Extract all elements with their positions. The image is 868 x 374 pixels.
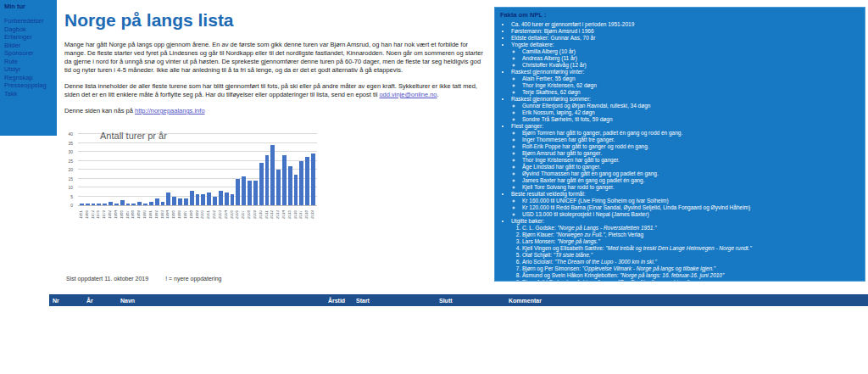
bar-1979 [103, 204, 107, 205]
facts-title: Fakta om NPL : [500, 11, 860, 19]
bar-2015 [288, 166, 292, 205]
fact-item: Gunnar Eiterjord og Ørjan Ravndal, rulle… [522, 103, 860, 109]
fact-item: Bjørn Klauer: "Norwegen zu Fuß.", Pietsc… [522, 232, 860, 238]
bar-1991 [149, 202, 153, 205]
sidebar-item-erfaringer[interactable]: Erfaringer [4, 33, 57, 42]
x-tick-label: 2012 [270, 206, 275, 219]
x-tick-label: 1996 [178, 206, 182, 219]
fact-item: C. L. Godske: "Norge på Langs - Roversta… [522, 225, 860, 232]
bar-2006 [236, 179, 240, 206]
fact-item: Bjørn Tomren har gått to ganger, padlet … [522, 130, 860, 137]
fact-item: Bjørn og Per Simonsen: "Opplevelse Vilma… [522, 265, 860, 272]
x-tick-label: 2007 [242, 206, 246, 219]
bar-2012 [270, 145, 275, 205]
bar-2008 [248, 181, 252, 205]
bar-1984 [114, 204, 119, 205]
bar-1999 [196, 194, 200, 205]
bar-1997 [184, 198, 188, 205]
fact-item: Olaf Schjøll: "Til siste blåne." [522, 252, 860, 259]
sidebar-item-regnskap[interactable]: Regnskap [4, 74, 57, 82]
y-tick-label: 10 [68, 185, 73, 190]
x-tick-label: 1951 [80, 206, 84, 219]
sidebar-title: Min tur [4, 3, 57, 10]
bar-1995 [172, 197, 176, 206]
facts-list: Ca. 400 turer er gjennomført i perioden … [500, 21, 860, 282]
x-tick-label: 2010 [259, 206, 264, 219]
y-tick-label: 25 [68, 159, 73, 164]
sidebar-item-bilder[interactable]: Bilder [4, 42, 57, 50]
bar-1987 [126, 204, 131, 205]
y-tick-label: 20 [68, 167, 73, 172]
bar-2017 [299, 161, 303, 206]
x-tick-label: 2018 [305, 206, 309, 219]
bar-1985 [120, 200, 125, 205]
y-tick-label: 15 [68, 176, 73, 181]
fact-item: Rolf-Erik Poppe har gått to ganger og ro… [522, 143, 860, 150]
fact-item: USD 13.000 til skoleprosjekt i Nepal (Ja… [522, 211, 860, 218]
sidebar-item-sponsorer[interactable]: Sponsorer [4, 49, 57, 58]
x-tick-label: 1985 [120, 206, 125, 219]
bar-2011 [265, 155, 270, 205]
chart-plot-area [78, 134, 317, 206]
fact-item: Thor Inge Kristensen, 62 døgn [522, 82, 860, 89]
sidebar-item-rute[interactable]: Rute [4, 58, 57, 66]
table-header-row: NrÅrNavnÅrstidStartSluttKommentar [49, 294, 868, 306]
fact-item: Terje Skaftnes, 62 døgn [522, 89, 860, 96]
column-header-årstid: Årstid [320, 294, 353, 306]
fact-item: Beste resultat veldedig formål:Kr 160.00… [511, 191, 860, 218]
fact-item: Raskest gjennomføring sommer:Gunnar Eite… [511, 96, 860, 123]
main-content: Norge på langs lista Mange har gått Norg… [64, 10, 488, 123]
bar-1989 [137, 202, 142, 205]
bar-1951 [80, 204, 84, 205]
page-title: Norge på langs lista [64, 10, 488, 31]
sidebar-nav: ForberedelserDagbokErfaringerBilderSpons… [4, 17, 57, 98]
fact-item: Utgitte bøker:C. L. Godske: "Norge på La… [511, 218, 860, 282]
x-tick-label: 1995 [172, 206, 176, 219]
x-tick-label: 2001 [207, 206, 211, 219]
fact-item: Kr 120.000 til Redd Barna (Einar Sandal,… [522, 204, 860, 211]
x-tick-label: 2005 [231, 206, 235, 219]
sidebar-item-forberedelser[interactable]: Forberedelser [4, 17, 57, 25]
email-link[interactable]: odd.vinje@online.no [379, 91, 437, 98]
column-header-navn: Navn [117, 294, 320, 306]
bar-1988 [131, 204, 136, 205]
bar-2009 [253, 181, 258, 205]
update-note: ! = nyere oppdatering [165, 276, 221, 282]
fact-item: Raskest gjennomføring vinter:Alain Ferbe… [511, 69, 860, 96]
chart-title: Antall turer pr år [100, 131, 167, 141]
bar-2004 [225, 193, 229, 205]
fact-item: Flest ganger:Bjørn Tomren har gått to ga… [511, 123, 860, 191]
bar-2018 [305, 157, 309, 205]
fact-item: Kjell Tore Solvang har rodd to ganger. [522, 184, 860, 191]
x-tick-label: 1982 [108, 206, 113, 219]
fact-item: Christoffer Kvalvåg (12 år) [522, 62, 860, 69]
sidebar-item-utstyr[interactable]: Utstyr [4, 65, 57, 74]
sidebar-item-takk[interactable]: Takk [4, 90, 57, 98]
column-header-kommentar: Kommentar [505, 294, 868, 306]
column-header-start: Start [353, 294, 436, 306]
bar-1990 [143, 204, 147, 205]
x-tick-label: 2004 [225, 206, 229, 219]
bar-2003 [219, 191, 223, 205]
chart-bars [78, 134, 317, 205]
column-header-år: År [83, 294, 117, 306]
fact-item: Thor Inge Kristensen har gått to ganger. [522, 157, 860, 164]
bar-2000 [201, 194, 205, 205]
x-tick-label: 1990 [143, 206, 147, 219]
column-header-slutt: Slutt [436, 294, 505, 306]
intro-paragraph: Mange har gått Norge på langs opp gjenno… [64, 41, 488, 75]
x-tick-label: 1979 [103, 206, 107, 219]
sidebar-item-presseoppslag[interactable]: Presseoppslag [4, 81, 57, 90]
y-tick-label: 5 [70, 194, 73, 199]
fact-item: Åsmund og Svein Håkon Kringlebotten: "No… [522, 272, 860, 279]
list-description-paragraph: Denne lista inneholder de aller fleste t… [64, 82, 488, 99]
fact-item: Yngste deltakere:Camilla Alberg (10 år)A… [511, 42, 860, 69]
fact-item: Andreas Alberg (11 år) [522, 55, 860, 62]
x-tick-label: 1987 [126, 206, 131, 219]
x-tick-label: 2003 [219, 206, 223, 219]
last-updated-line: Sist oppdatert 11. oktober 2019 ! = nyer… [66, 276, 221, 282]
fact-item: Ca. 400 turer er gjennomført i perioden … [511, 21, 860, 28]
fact-item: Ario Sciolari: "The Dream of the Lupo - … [522, 259, 860, 265]
sidebar-item-dagbok[interactable]: Dagbok [4, 25, 57, 34]
chart-x-axis: 1951196619721976197919821984198519871988… [78, 206, 317, 219]
